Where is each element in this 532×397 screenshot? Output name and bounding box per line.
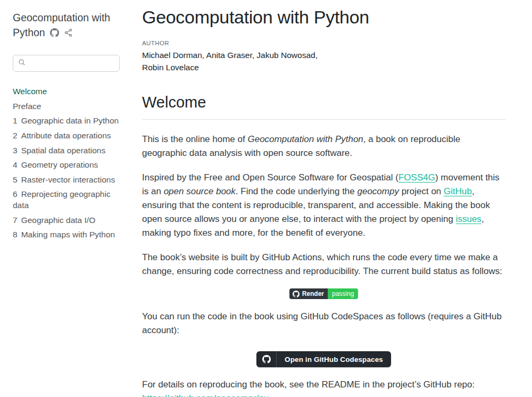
chapter-number: 8	[13, 229, 18, 240]
render-status-badge[interactable]: Render passing	[289, 288, 359, 299]
chapter-number: 5	[13, 175, 18, 185]
sidebar-item-raster-vector-interactions[interactable]: 5Raster-vector interactions	[13, 172, 120, 187]
page-title: Geocomputation with Python	[142, 6, 505, 28]
link-issues[interactable]: issues	[456, 214, 481, 224]
author-name-line: Robin Lovelace	[142, 61, 505, 73]
sidebar-item-reprojecting-geographic-data[interactable]: 6Reprojecting geographic data	[13, 187, 120, 213]
sidebar-item-preface[interactable]: Preface	[13, 99, 120, 114]
chapter-number: 4	[13, 160, 18, 170]
chapter-number: 2	[13, 130, 18, 141]
chapter-number: 1	[13, 115, 18, 126]
paragraph-repro: For details on reproducing the book, see…	[142, 378, 505, 397]
badge-row: Render passing	[142, 288, 505, 299]
sidebar-item-welcome[interactable]: Welcome	[13, 84, 120, 99]
main-content: Geocomputation with Python AUTHOR Michae…	[133, 0, 519, 397]
github-icon[interactable]	[50, 27, 59, 42]
section-heading: Welcome	[142, 94, 505, 120]
search-input[interactable]	[29, 59, 114, 68]
link-github[interactable]: GitHub	[444, 186, 472, 196]
author-names: Michael Dorman, Anita Graser, Jakub Nowo…	[142, 49, 505, 74]
paragraph-intro: This is the online home of Geocomputatio…	[142, 133, 505, 160]
sidebar-item-making-maps-with-python[interactable]: 8Making maps with Python	[13, 228, 120, 243]
open-codespaces-button[interactable]: Open in GitHub Codespaces	[256, 351, 391, 367]
link-https-github-com-geocompr-py[interactable]: https://github.com/geocompr/py	[142, 393, 268, 397]
paragraph-build-status: The book’s website is built by GitHub Ac…	[142, 251, 505, 278]
search-icon	[18, 59, 26, 68]
sidebar-item-attribute-data-operations[interactable]: 2Attribute data operations	[13, 128, 120, 143]
emphasis-text: Geocomputation with Python	[247, 134, 363, 144]
author-name-line: Michael Dorman, Anita Graser, Jakub Nowo…	[142, 49, 505, 61]
chapter-number: 3	[13, 145, 18, 156]
sidebar-book-title[interactable]: Geocomputation with Python	[13, 12, 110, 38]
page: Geocomputation with Python WelcomePrefac…	[0, 0, 532, 397]
sidebar-item-spatial-data-operations[interactable]: 3Spatial data operations	[13, 143, 120, 158]
badge-status-label: passing	[328, 288, 358, 299]
search-box[interactable]	[13, 55, 120, 72]
emphasis-text: open source book	[164, 186, 236, 196]
sidebar-nav: WelcomePreface1Geographic data in Python…	[13, 84, 120, 242]
badge-left-label: Render	[302, 290, 324, 297]
sidebar-item-geometry-operations[interactable]: 4Geometry operations	[13, 158, 120, 173]
sidebar: Geocomputation with Python WelcomePrefac…	[0, 0, 133, 397]
chapter-number: 7	[13, 215, 18, 226]
github-icon	[256, 351, 277, 367]
sidebar-item-geographic-data-in-python[interactable]: 1Geographic data in Python	[13, 114, 120, 129]
github-icon	[293, 291, 300, 297]
button-row: Open in GitHub Codespaces	[142, 351, 505, 367]
paragraph-codespaces: You can run the code in the book using G…	[142, 310, 505, 337]
sidebar-title-row: Geocomputation with Python	[13, 11, 120, 41]
open-codespaces-label: Open in GitHub Codespaces	[277, 351, 391, 367]
share-icon[interactable]	[64, 27, 73, 42]
author-label: AUTHOR	[142, 40, 505, 46]
badge-left-segment: Render	[289, 288, 328, 299]
paragraph-open-source: Inspired by the Free and Open Source Sof…	[142, 171, 505, 240]
link-foss4g[interactable]: FOSS4G	[398, 172, 435, 183]
emphasis-text: geocompy	[358, 186, 399, 196]
sidebar-item-geographic-data-i-o[interactable]: 7Geographic data I/O	[13, 213, 120, 228]
chapter-number: 6	[13, 189, 18, 200]
